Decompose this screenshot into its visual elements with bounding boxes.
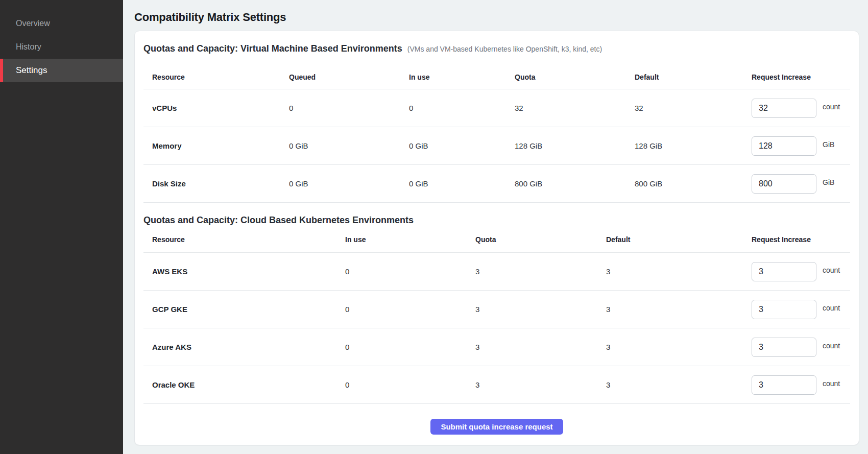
request-increase-cell: count bbox=[752, 262, 850, 281]
column-header-resource: Resource bbox=[143, 73, 289, 81]
default-value: 3 bbox=[606, 380, 752, 389]
sidebar-item-label: History bbox=[16, 42, 41, 52]
request-increase-cell: GiB bbox=[752, 174, 850, 194]
table-row-disk-size: Disk Size 0 GiB 0 GiB 800 GiB 800 GiB Gi… bbox=[143, 165, 850, 203]
quota-value: 128 GiB bbox=[515, 141, 635, 150]
quota-value: 3 bbox=[475, 380, 606, 389]
resource-name: Oracle OKE bbox=[143, 380, 345, 389]
sidebar-item-overview[interactable]: Overview bbox=[0, 12, 123, 35]
column-header-default: Default bbox=[635, 73, 752, 81]
quota-value: 3 bbox=[475, 267, 606, 276]
resource-name: Disk Size bbox=[143, 179, 289, 188]
column-header-queued: Queued bbox=[289, 73, 409, 81]
resource-name: vCPUs bbox=[143, 104, 289, 112]
cloud-quota-table: Resource In use Quota Default Request In… bbox=[143, 226, 850, 404]
default-value: 3 bbox=[606, 305, 752, 314]
submit-button-row: Submit quota increase request bbox=[135, 419, 859, 435]
resource-name: Azure AKS bbox=[143, 343, 345, 351]
column-header-quota: Quota bbox=[515, 73, 635, 81]
column-header-in-use: In use bbox=[409, 73, 515, 81]
unit-label: GiB bbox=[823, 140, 834, 149]
request-increase-input[interactable] bbox=[752, 99, 816, 118]
default-value: 128 GiB bbox=[635, 141, 752, 150]
request-increase-input[interactable] bbox=[752, 136, 816, 156]
column-header-default: Default bbox=[606, 235, 752, 244]
table-row-gcp-gke: GCP GKE 0 3 3 count bbox=[143, 291, 850, 328]
default-value: 3 bbox=[606, 267, 752, 276]
resource-name: GCP GKE bbox=[143, 305, 345, 314]
quota-value: 32 bbox=[515, 104, 635, 112]
request-increase-cell: count bbox=[752, 300, 850, 319]
queued-value: 0 bbox=[289, 104, 409, 112]
vm-section-header: Quotas and Capacity: Virtual Machine Bas… bbox=[143, 42, 850, 55]
in-use-value: 0 bbox=[409, 104, 515, 112]
unit-label: count bbox=[823, 342, 840, 350]
unit-label: count bbox=[823, 103, 840, 111]
table-row-vcpus: vCPUs 0 0 32 32 count bbox=[143, 89, 850, 127]
vm-quota-table: Resource Queued In use Quota Default Req… bbox=[143, 65, 850, 203]
request-increase-cell: count bbox=[752, 338, 850, 357]
vm-table-header-row: Resource Queued In use Quota Default Req… bbox=[143, 65, 850, 89]
column-header-quota: Quota bbox=[475, 235, 606, 244]
cloud-section-header: Quotas and Capacity: Cloud Based Kuberne… bbox=[143, 214, 850, 226]
sidebar: Overview History Settings bbox=[0, 0, 123, 454]
in-use-value: 0 GiB bbox=[409, 141, 515, 150]
in-use-value: 0 bbox=[345, 380, 475, 389]
default-value: 3 bbox=[606, 343, 752, 351]
quota-value: 3 bbox=[475, 343, 606, 351]
quota-value: 800 GiB bbox=[515, 179, 635, 188]
in-use-value: 0 GiB bbox=[409, 179, 515, 188]
submit-quota-increase-button[interactable]: Submit quota increase request bbox=[430, 419, 563, 435]
vm-section-note: (VMs and VM-based Kubernetes like OpenSh… bbox=[407, 45, 602, 53]
request-increase-input[interactable] bbox=[752, 300, 816, 319]
table-row-oracle-oke: Oracle OKE 0 3 3 count bbox=[143, 366, 850, 404]
resource-name: Memory bbox=[143, 141, 289, 150]
request-increase-cell: count bbox=[752, 99, 850, 118]
main-content: Compatibility Matrix Settings Quotas and… bbox=[123, 0, 868, 454]
column-header-resource: Resource bbox=[143, 235, 345, 244]
table-row-aws-eks: AWS EKS 0 3 3 count bbox=[143, 253, 850, 291]
cloud-table-header-row: Resource In use Quota Default Request In… bbox=[143, 226, 850, 253]
vm-section-title: Quotas and Capacity: Virtual Machine Bas… bbox=[143, 42, 402, 55]
column-header-in-use: In use bbox=[345, 235, 475, 244]
request-increase-input[interactable] bbox=[752, 375, 816, 395]
column-header-request-increase: Request Increase bbox=[752, 73, 850, 81]
sidebar-item-history[interactable]: History bbox=[0, 35, 123, 59]
quota-value: 3 bbox=[475, 305, 606, 314]
cloud-section-title: Quotas and Capacity: Cloud Based Kuberne… bbox=[143, 214, 414, 226]
unit-label: count bbox=[823, 266, 840, 274]
request-increase-cell: GiB bbox=[752, 136, 850, 156]
page-title: Compatibility Matrix Settings bbox=[134, 10, 859, 25]
queued-value: 0 GiB bbox=[289, 179, 409, 188]
sidebar-item-settings[interactable]: Settings bbox=[0, 59, 123, 82]
request-increase-cell: count bbox=[752, 375, 850, 395]
in-use-value: 0 bbox=[345, 267, 475, 276]
table-row-memory: Memory 0 GiB 0 GiB 128 GiB 128 GiB GiB bbox=[143, 127, 850, 165]
table-row-azure-aks: Azure AKS 0 3 3 count bbox=[143, 328, 850, 366]
default-value: 800 GiB bbox=[635, 179, 752, 188]
unit-label: GiB bbox=[823, 178, 834, 186]
sidebar-item-label: Settings bbox=[16, 65, 47, 76]
request-increase-input[interactable] bbox=[752, 262, 816, 281]
unit-label: count bbox=[823, 304, 840, 312]
in-use-value: 0 bbox=[345, 305, 475, 314]
in-use-value: 0 bbox=[345, 343, 475, 351]
unit-label: count bbox=[823, 379, 840, 388]
resource-name: AWS EKS bbox=[143, 267, 345, 276]
queued-value: 0 GiB bbox=[289, 141, 409, 150]
settings-card: Quotas and Capacity: Virtual Machine Bas… bbox=[134, 31, 859, 445]
request-increase-input[interactable] bbox=[752, 338, 816, 357]
request-increase-input[interactable] bbox=[752, 174, 816, 194]
column-header-request-increase: Request Increase bbox=[752, 235, 850, 244]
default-value: 32 bbox=[635, 104, 752, 112]
sidebar-item-label: Overview bbox=[16, 19, 50, 28]
